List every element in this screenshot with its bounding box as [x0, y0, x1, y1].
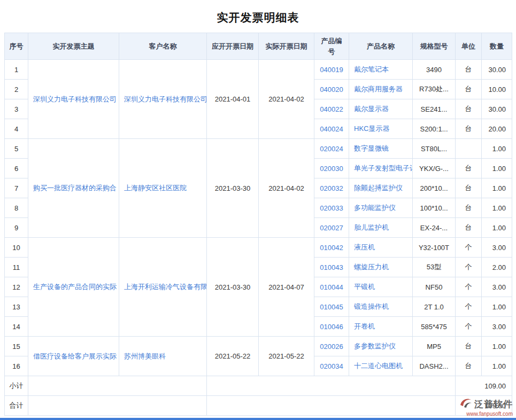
product-name-link[interactable]: 多参数监护仪	[354, 342, 396, 350]
product-name-link[interactable]: 平锻机	[354, 283, 375, 291]
unit-cell: 台	[456, 337, 482, 356]
col-header-subject: 实开发票主题	[28, 33, 119, 60]
product-code-cell: 040019	[314, 60, 349, 80]
subject-cell: 借医疗设备给客户展示实际	[28, 337, 119, 376]
qty-cell: 2.00	[482, 258, 512, 277]
product-code-link[interactable]: 020024	[320, 145, 343, 153]
product-code-cell: 010043	[314, 258, 349, 277]
unit-cell: 台	[456, 178, 482, 198]
product-code-link[interactable]: 010044	[320, 283, 343, 291]
serial-cell: 2	[5, 80, 28, 99]
product-code-link[interactable]: 010045	[320, 303, 343, 311]
qty-cell: 1.00	[482, 159, 512, 178]
product-name-link[interactable]: 锻造操作机	[354, 302, 389, 310]
subject-link[interactable]: 生产设备的产品合同的实际	[33, 283, 117, 291]
customer-link[interactable]: 深圳义力电子科技有限公司	[124, 95, 207, 103]
product-code-link[interactable]: 010046	[320, 323, 343, 331]
serial-cell: 15	[5, 337, 28, 356]
serial-cell: 5	[5, 139, 28, 159]
serial-cell: 10	[5, 238, 28, 258]
product-code-cell: 040022	[314, 99, 349, 119]
qty-cell: 3.00	[482, 317, 512, 337]
product-name-cell: 除颤起搏监护仪	[349, 178, 413, 198]
spec-cell: EX-24-...	[413, 218, 456, 238]
col-header-due-date: 应开开票日期	[207, 33, 259, 60]
product-name-cell: 开卷机	[349, 317, 413, 337]
unit-cell: 个	[456, 297, 482, 317]
product-name-cell: 平锻机	[349, 277, 413, 297]
table-header: 序号 实开发票主题 客户名称 应开开票日期 实际开票日期 产品编号 产品名称 规…	[5, 33, 512, 60]
product-name-link[interactable]: 数字显微镜	[354, 144, 389, 152]
qty-cell: 30.00	[482, 99, 512, 119]
product-code-link[interactable]: 020026	[320, 343, 343, 351]
qty-cell: 1.00	[482, 218, 512, 238]
col-header-qty: 数量	[482, 33, 512, 60]
product-code-link[interactable]: 020027	[320, 224, 343, 232]
customer-link[interactable]: 上海静安区社区医院	[124, 184, 187, 192]
serial-cell: 14	[5, 317, 28, 337]
spec-cell: Y32-100T	[413, 238, 456, 258]
unit-cell: 台	[456, 60, 482, 80]
unit-cell: 台	[456, 99, 482, 119]
horizontal-scrollbar[interactable]	[0, 418, 516, 420]
serial-cell: 11	[5, 258, 28, 277]
total-row: 合计 109.00	[5, 396, 512, 416]
product-name-cell: 螺旋压力机	[349, 258, 413, 277]
subject-cell: 生产设备的产品合同的实际	[28, 238, 119, 337]
product-name-cell: HKC显示器	[349, 119, 413, 139]
product-name-link[interactable]: 螺旋压力机	[354, 263, 389, 271]
product-name-link[interactable]: 除颤起搏监护仪	[354, 184, 403, 192]
product-name-cell: 液压机	[349, 238, 413, 258]
product-code-cell: 020024	[314, 139, 349, 159]
product-name-link[interactable]: 胎儿监护机	[354, 223, 389, 231]
total-value: 109.00	[456, 396, 512, 416]
actual-date-cell: 2021-05-22	[259, 337, 314, 376]
col-header-product-name: 产品名称	[349, 33, 413, 60]
product-code-link[interactable]: 040024	[320, 125, 343, 133]
product-code-link[interactable]: 040022	[320, 105, 343, 113]
product-name-link[interactable]: 多功能监护仪	[354, 204, 396, 212]
col-header-actual-date: 实际开票日期	[259, 33, 314, 60]
serial-cell: 3	[5, 99, 28, 119]
product-code-link[interactable]: 020034	[320, 362, 343, 370]
product-name-link[interactable]: 单光子发射型电子计	[354, 164, 413, 172]
serial-cell: 16	[5, 356, 28, 376]
qty-cell: 20.00	[482, 119, 512, 139]
product-name-link[interactable]: HKC显示器	[354, 125, 389, 133]
table-row: 15 借医疗设备给客户展示实际 苏州博美眼科 2021-05-22 2021-0…	[5, 337, 512, 356]
subtotal-spacer-mid	[207, 376, 456, 396]
product-code-link[interactable]: 020033	[320, 204, 343, 212]
product-code-link[interactable]: 010042	[320, 244, 343, 252]
due-date-cell: 2021-04-01	[207, 60, 259, 139]
customer-link[interactable]: 上海开利运输冷气设备有限	[124, 283, 207, 291]
product-code-link[interactable]: 040019	[320, 66, 343, 74]
total-spacer-mid	[207, 396, 456, 416]
product-code-link[interactable]: 020032	[320, 184, 343, 192]
subject-link[interactable]: 深圳义力电子科技有限公司	[33, 95, 117, 103]
product-name-link[interactable]: 戴尔笔记本	[354, 65, 389, 73]
product-name-link[interactable]: 戴尔显示器	[354, 105, 389, 113]
unit-cell: 个	[456, 277, 482, 297]
product-code-link[interactable]: 010043	[320, 263, 343, 271]
product-name-cell: 胎儿监护机	[349, 218, 413, 238]
spec-cell: 100*10...	[413, 198, 456, 218]
product-name-link[interactable]: 十二道心电图机	[354, 362, 403, 370]
product-name-cell: 多功能监护仪	[349, 198, 413, 218]
col-header-product-code: 产品编号	[314, 33, 349, 60]
unit-cell	[456, 139, 482, 159]
subtotal-value: 109.00	[456, 376, 512, 396]
unit-cell: 台	[456, 356, 482, 376]
product-name-link[interactable]: 液压机	[354, 243, 375, 251]
serial-cell: 7	[5, 178, 28, 198]
qty-cell: 1.00	[482, 356, 512, 376]
spec-cell: SE241...	[413, 99, 456, 119]
customer-link[interactable]: 苏州博美眼科	[124, 352, 166, 360]
product-code-link[interactable]: 020030	[320, 165, 343, 173]
product-name-link[interactable]: 戴尔商用服务器	[354, 85, 403, 93]
qty-cell: 1.00	[482, 198, 512, 218]
product-code-cell: 020026	[314, 337, 349, 356]
product-name-link[interactable]: 开卷机	[354, 322, 375, 330]
subject-link[interactable]: 借医疗设备给客户展示实际	[33, 352, 117, 360]
product-code-link[interactable]: 040020	[320, 85, 343, 94]
subject-link[interactable]: 购买一批医疗器材的采购合	[33, 184, 117, 192]
